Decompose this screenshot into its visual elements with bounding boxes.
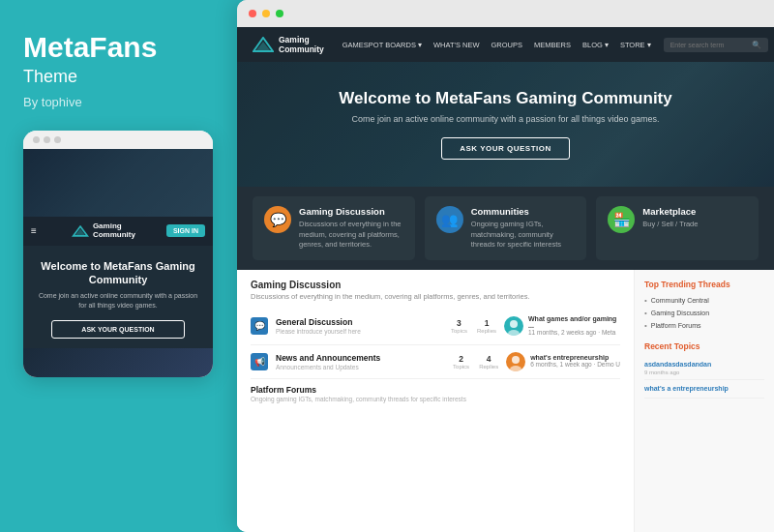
general-topics-num: 3	[451, 318, 467, 328]
site-logo-text: Gaming Community	[279, 35, 324, 54]
dot-2	[44, 136, 50, 143]
general-latest-meta: 11 months, 2 weeks ago · Meta	[528, 329, 620, 337]
platform-forums-row: Platform Forums Ongoing gaming IGTs, mat…	[251, 379, 620, 408]
mobile-bottom-image	[23, 348, 213, 377]
communities-desc: Ongoing gaming IGTs, matchmaking, commun…	[471, 220, 576, 251]
site-nav: Gaming Community GAMESPOT BOARDS ▾ WHAT'…	[237, 27, 774, 62]
mobile-hero-overlay	[23, 149, 213, 217]
svg-point-5	[508, 330, 520, 336]
general-latest-text: What games and/or gaming ... 11 months, …	[528, 315, 620, 337]
mobile-browser-dots	[23, 131, 213, 149]
feature-card-marketplace: 🏪 Marketplace Buy / Sell / Trade	[596, 196, 759, 260]
communities-title: Communities	[471, 206, 576, 217]
svg-point-7	[510, 366, 521, 371]
marketplace-icon: 🏪	[608, 206, 635, 233]
mobile-hero-image	[23, 149, 213, 217]
news-latest-text: what's entrepreneurship 6 months, 1 week…	[530, 354, 620, 369]
nav-item-members[interactable]: MEMBERS	[529, 27, 576, 62]
communities-icon: 👥	[436, 206, 463, 233]
news-info: News and Announcements Announcements and…	[276, 353, 445, 370]
browser-bar	[237, 0, 774, 27]
news-topics-label: Topics	[453, 364, 469, 369]
recent-topic-2-title[interactable]: what's a entrepreneurship	[644, 384, 764, 393]
news-topics-col: 2 Topics	[453, 354, 469, 369]
nav-items: GAMESPOT BOARDS ▾ WHAT'S NEW GROUPS MEMB…	[338, 27, 656, 62]
news-latest-title: what's entrepreneurship	[530, 354, 620, 361]
browser-dot-red[interactable]	[249, 10, 256, 17]
mobile-ask-button[interactable]: ASK YOUR QUESTION	[51, 320, 185, 339]
hero-title: Welcome to MetaFans Gaming Community	[253, 89, 759, 108]
nav-item-whatsnew[interactable]: WHAT'S NEW	[429, 27, 485, 62]
gaming-discussion-desc: Discussions of everything in the medium,…	[299, 220, 403, 251]
marketplace-desc: Buy / Sell / Trade	[642, 220, 698, 230]
communities-text: Communities Ongoing gaming IGTs, matchma…	[471, 206, 576, 251]
svg-point-6	[512, 356, 520, 364]
nav-item-groups[interactable]: GROUPS	[487, 27, 528, 62]
recent-topic-2: what's a entrepreneurship	[644, 380, 764, 399]
news-latest-meta: 6 months, 1 week ago · Demo U	[530, 361, 620, 369]
news-icon: 📢	[251, 353, 268, 370]
hero-section: Welcome to MetaFans Gaming Community Com…	[237, 62, 774, 187]
search-icon: 🔍	[752, 41, 761, 49]
news-name[interactable]: News and Announcements	[276, 353, 445, 363]
marketplace-text: Marketplace Buy / Sell / Trade	[642, 206, 698, 230]
site-logo-icon	[253, 37, 274, 52]
mobile-nav: ≡ Gaming Community SIGN IN	[23, 217, 213, 246]
news-replies-col: 4 Replies	[479, 354, 498, 369]
recent-topic-1-title[interactable]: asdandasdasdandan	[644, 360, 764, 369]
hero-ask-button[interactable]: ASK YOUR QUESTION	[441, 137, 570, 160]
mobile-content: Welcome to MetaFans Gaming Community Com…	[23, 246, 213, 348]
general-discussion-sub: Please introduce yourself here	[276, 328, 443, 335]
app-title: MetaFans	[23, 31, 214, 63]
platform-forums-desc: Ongoing gaming IGTs, matchmaking, commun…	[251, 396, 620, 402]
general-replies-col: 1 Replies	[477, 318, 496, 334]
marketplace-title: Marketplace	[642, 206, 698, 217]
general-discussion-info: General Discussion Please introduce your…	[276, 317, 443, 335]
nav-item-gamespot[interactable]: GAMESPOT BOARDS ▾	[338, 27, 427, 62]
gaming-discussion-title: Gaming Discussion	[299, 206, 403, 217]
general-discussion-name[interactable]: General Discussion	[276, 317, 443, 327]
browser-dot-yellow[interactable]	[262, 10, 270, 17]
general-avatar	[504, 316, 523, 336]
svg-point-4	[510, 320, 518, 328]
forum-row-news: 📢 News and Announcements Announcements a…	[251, 345, 620, 379]
general-latest: What games and/or gaming ... 11 months, …	[504, 315, 620, 337]
forum-section-title: Gaming Discussion	[251, 280, 620, 290]
mobile-logo-text: Gaming Community	[93, 222, 135, 240]
general-topics-label: Topics	[451, 328, 467, 334]
trending-list: Community Central Gaming Discussion Plat…	[644, 294, 764, 332]
browser-dot-green[interactable]	[276, 10, 283, 17]
general-latest-title: What games and/or gaming ...	[528, 315, 620, 329]
trending-item-3[interactable]: Platform Forums	[644, 319, 764, 332]
left-panel: MetaFans Theme By tophive ≡ Gaming Commu…	[0, 0, 237, 532]
browser-content: Gaming Community GAMESPOT BOARDS ▾ WHAT'…	[237, 27, 774, 532]
trending-item-1[interactable]: Community Central	[644, 294, 764, 307]
mobile-signin-button[interactable]: SIGN IN	[166, 224, 205, 237]
main-left: Gaming Discussion Discussions of everyth…	[237, 270, 634, 533]
main-sidebar: Top Trending Threads Community Central G…	[634, 270, 774, 533]
nav-item-blog[interactable]: BLOG ▾	[578, 27, 613, 62]
search-input[interactable]	[670, 42, 748, 48]
general-discussion-icon: 💬	[251, 317, 268, 335]
feature-cards: 💬 Gaming Discussion Discussions of every…	[237, 187, 774, 270]
nav-item-store[interactable]: STORE ▾	[615, 27, 656, 62]
forum-row-general: 💬 General Discussion Please introduce yo…	[251, 309, 620, 344]
dot-3	[54, 136, 61, 143]
news-latest: what's entrepreneurship 6 months, 1 week…	[506, 352, 620, 371]
app-author: By tophive	[23, 95, 214, 109]
mobile-logo: Gaming Community	[72, 222, 135, 240]
recent-topic-1-meta: 9 months ago	[644, 369, 764, 375]
nav-search-box[interactable]: 🔍	[664, 38, 768, 52]
news-avatar	[506, 352, 525, 371]
platform-forums-title[interactable]: Platform Forums	[251, 385, 620, 395]
general-replies-num: 1	[477, 318, 496, 328]
recent-title: Recent Topics	[644, 341, 764, 351]
general-replies-label: Replies	[477, 328, 496, 334]
dot-1	[33, 136, 40, 143]
general-discussion-stats: 3 Topics 1 Replies	[451, 318, 496, 334]
trending-item-2[interactable]: Gaming Discussion	[644, 307, 764, 319]
news-stats: 2 Topics 4 Replies	[453, 354, 498, 369]
hero-subtitle: Come join an active online community wit…	[253, 114, 759, 124]
feature-card-communities: 👥 Communities Ongoing gaming IGTs, match…	[425, 196, 587, 260]
mobile-welcome-title: Welcome to MetaFans Gaming Community	[35, 259, 201, 287]
